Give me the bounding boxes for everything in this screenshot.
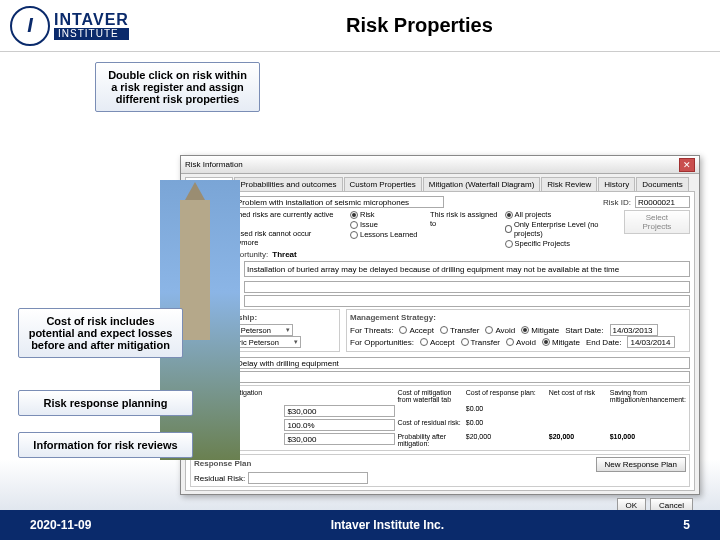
radio-risk[interactable] bbox=[350, 211, 358, 219]
dialog-titlebar[interactable]: Risk Information ✕ bbox=[181, 156, 699, 174]
brand-logo: I INTAVER INSTITUTE bbox=[10, 6, 129, 46]
footer-org: Intaver Institute Inc. bbox=[331, 518, 444, 532]
tab-review[interactable]: Risk Review bbox=[541, 177, 597, 191]
radio-accept[interactable] bbox=[399, 326, 407, 334]
brand-bottom: INSTITUTE bbox=[54, 28, 129, 40]
assumptions-input[interactable] bbox=[244, 295, 690, 307]
callout-cost: Cost of risk includes potential and expe… bbox=[18, 308, 183, 358]
page-title: Risk Properties bbox=[129, 14, 710, 37]
probability-input[interactable] bbox=[284, 419, 395, 431]
cause-input[interactable] bbox=[234, 357, 690, 369]
brand-top: INTAVER bbox=[54, 12, 129, 28]
description-input[interactable] bbox=[244, 261, 690, 277]
footer-page: 5 bbox=[683, 518, 690, 532]
tab-custom[interactable]: Custom Properties bbox=[344, 177, 422, 191]
threat-value: Threat bbox=[272, 250, 296, 259]
risk-id-label: Risk ID: bbox=[603, 198, 631, 207]
slide-footer: 2020-11-09 Intaver Institute Inc. 5 bbox=[0, 510, 720, 540]
radio-issue[interactable] bbox=[350, 221, 358, 229]
risk-name-input[interactable] bbox=[234, 196, 444, 208]
trigger-input[interactable] bbox=[234, 371, 690, 383]
end-date-input[interactable] bbox=[627, 336, 675, 348]
tab-documents[interactable]: Documents bbox=[636, 177, 688, 191]
strategy-title: Management Strategy: bbox=[350, 313, 686, 322]
callout-response: Risk response planning bbox=[18, 390, 193, 416]
tab-content: Risk name: Risk ID: OpenOpened risks are… bbox=[185, 191, 695, 491]
objectives-input[interactable] bbox=[244, 281, 690, 293]
select-projects-button[interactable]: Select Projects bbox=[624, 210, 690, 234]
radio-lesson[interactable] bbox=[350, 231, 358, 239]
tab-probabilities[interactable]: Probabilities and outcomes bbox=[234, 177, 342, 191]
radio-enterprise[interactable] bbox=[505, 225, 512, 233]
close-icon[interactable]: ✕ bbox=[679, 158, 695, 172]
new-response-plan-button[interactable]: New Response Plan bbox=[596, 457, 686, 472]
dialog-title: Risk Information bbox=[185, 160, 243, 169]
tab-mitigation[interactable]: Mitigation (Waterfall Diagram) bbox=[423, 177, 541, 191]
risk-info-dialog: Risk Information ✕ Properties Probabilit… bbox=[180, 155, 700, 495]
radio-avoid[interactable] bbox=[485, 326, 493, 334]
callout-doubleclick: Double click on risk within a risk regis… bbox=[95, 62, 260, 112]
tab-history[interactable]: History bbox=[598, 177, 635, 191]
radio-all-projects[interactable] bbox=[505, 211, 513, 219]
start-date-input[interactable] bbox=[610, 324, 658, 336]
manager-select[interactable]: Eric Peterson bbox=[231, 336, 301, 348]
slide-header: I INTAVER INSTITUTE Risk Properties bbox=[0, 0, 720, 52]
radio-transfer[interactable] bbox=[440, 326, 448, 334]
expected-loss-input[interactable] bbox=[284, 433, 395, 445]
radio-specific[interactable] bbox=[505, 240, 513, 248]
potential-loss-input[interactable] bbox=[284, 405, 395, 417]
assign-label: This risk is assigned to bbox=[430, 210, 498, 228]
radio-mitigate[interactable] bbox=[521, 326, 529, 334]
callout-reviews: Information for risk reviews bbox=[18, 432, 193, 458]
footer-date: 2020-11-09 bbox=[30, 518, 91, 532]
residual-risk-input[interactable] bbox=[248, 472, 368, 484]
risk-id-input[interactable] bbox=[635, 196, 690, 208]
tab-strip: Properties Probabilities and outcomes Cu… bbox=[181, 174, 699, 191]
logo-icon: I bbox=[10, 6, 50, 46]
